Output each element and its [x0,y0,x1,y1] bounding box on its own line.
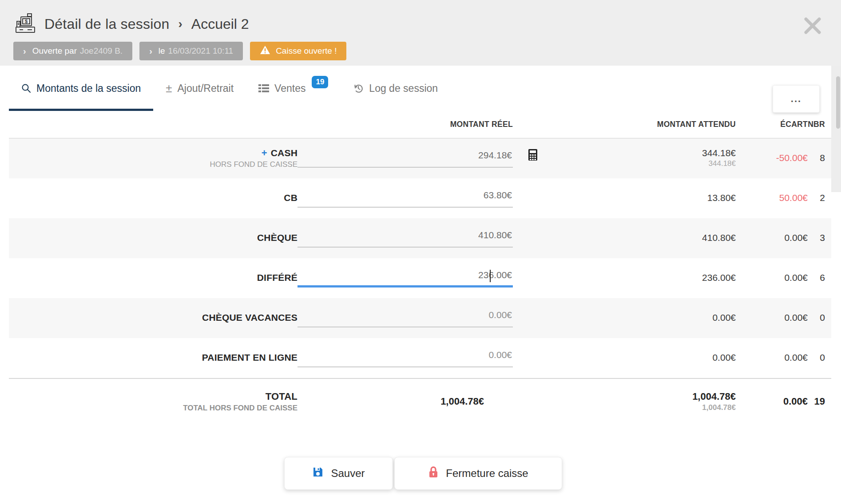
table-row-paiement-en-ligne: PAIEMENT EN LIGNE 0.00€ 0.00€ 0 [9,338,831,378]
nbr-value: 3 [808,232,831,243]
history-icon [353,83,364,94]
expected-amount: 0.00€ [553,352,736,363]
sales-count-badge: 19 [312,76,328,88]
page-title: Détail de la session [44,16,169,32]
ecart-value: -50.00€ [736,153,808,163]
row-label: PAIEMENT EN LIGNE [9,352,298,363]
tab-session-log[interactable]: Log de session [341,66,450,111]
row-sublabel: HORS FOND DE CAISSE [9,160,298,169]
row-label: CHÈQUE VACANCES [9,312,298,323]
calculator-icon[interactable] [513,149,553,167]
total-expected-sub: 1,004.78€ [553,403,736,412]
header-band: $ Détail de la session › Accueil 2 › Ouv… [0,0,841,66]
list-icon [258,84,269,93]
chevron-right-icon: › [23,46,26,56]
tab-label: Montants de la session [36,83,141,94]
save-label: Sauver [331,467,365,480]
expected-amount: 236.00€ [553,272,736,283]
nbr-value: 8 [808,153,831,163]
chevron-right-icon: › [149,46,152,56]
table-row-cheque: CHÈQUE 410.80€ 0.00€ 3 [9,218,831,258]
total-label: TOTAL [9,391,298,402]
nbr-value: 0 [808,352,831,363]
footer-actions: Sauver Fermeture caisse [284,457,562,490]
tab-bar: Montants de la session ± Ajout/Retrait V… [9,66,831,111]
table-total-row: TOTAL TOTAL HORS FOND DE CAISSE 1,004.78… [9,378,831,424]
session-badges: › Ouverte par Joe2409 B. › le 16/03/2021… [13,42,346,60]
ecart-value: 0.00€ [736,272,808,283]
expected-amount: 410.80€ [553,232,736,243]
real-amount-input-cash[interactable] [298,150,513,168]
ecart-value: 50.00€ [736,193,808,203]
table-row-cash: +CASH HORS FOND DE CAISSE 344.18€ 344.18… [9,138,831,178]
save-floppy-icon [312,466,324,480]
table-header: MONTANT RÉEL MONTANT ATTENDU ÉCART NBR [9,111,831,138]
opened-date-badge: › le 16/03/2021 10:11 [139,42,243,60]
breadcrumb-chevron-icon: › [178,17,182,31]
expected-amount-sub: 344.18€ [553,159,736,168]
tab-label: Log de session [369,83,438,94]
total-nbr-value: 19 [808,396,831,407]
tab-session-amounts[interactable]: Montants de la session [9,66,153,111]
save-button[interactable]: Sauver [284,457,393,490]
nbr-value: 2 [808,193,831,203]
header-montant-attendu: MONTANT ATTENDU [553,120,736,129]
expand-plus-icon[interactable]: + [262,147,267,158]
real-amount-input-cheque[interactable] [298,230,513,248]
row-label: +CASH [9,147,298,159]
text-cursor [490,270,491,282]
tab-label: Ajout/Retrait [178,83,234,94]
total-sublabel: TOTAL HORS FOND DE CAISSE [9,404,298,413]
expected-amount: 13.80€ [553,193,736,203]
real-amount-input-cheque-vacances[interactable] [298,310,513,327]
session-detail-card: Montants de la session ± Ajout/Retrait V… [9,66,831,424]
close-register-button[interactable]: Fermeture caisse [394,457,562,490]
total-real-amount: 1,004.78€ [298,396,513,407]
register-open-warning-badge: Caisse ouverte ! [250,42,346,60]
breadcrumb-register-name: Accueil 2 [191,16,249,32]
header-nbr: NBR [808,120,831,129]
nbr-value: 0 [808,312,831,323]
table-row-cb: CB 13.80€ 50.00€ 2 [9,178,831,218]
lock-icon [428,466,439,481]
ecart-value: 0.00€ [736,352,808,363]
opened-by-label: Ouverte par [32,46,77,56]
total-expected-amount: 1,004.78€ 1,004.78€ [553,391,736,412]
svg-text:$: $ [25,19,28,24]
row-label: DIFFÉRÉ [9,272,298,283]
header-montant-reel: MONTANT RÉEL [298,120,513,129]
warning-icon [260,45,270,57]
date-value: 16/03/2021 10:11 [168,46,234,56]
more-options-button[interactable]: ... [773,85,820,113]
tab-label: Ventes [274,83,305,94]
real-amount-input-paiement-en-ligne[interactable] [298,350,513,367]
tab-sales[interactable]: Ventes 19 [246,66,341,111]
nbr-value: 6 [808,272,831,283]
close-button[interactable] [800,13,825,38]
vertical-scrollbar-thumb[interactable] [836,76,840,129]
expected-amount: 344.18€ 344.18€ [553,148,736,168]
table-row-differe: DIFFÉRÉ 236.00€ 0.00€ 6 [9,258,831,298]
opened-by-user: Joe2409 B. [80,46,123,56]
total-ecart-value: 0.00€ [736,396,808,407]
search-icon [21,83,31,93]
table-row-cheque-vacances: CHÈQUE VACANCES 0.00€ 0.00€ 0 [9,298,831,338]
close-register-label: Fermeture caisse [446,467,528,480]
opened-by-badge: › Ouverte par Joe2409 B. [13,42,132,60]
row-label: CB [9,193,298,203]
date-label: le [159,46,165,56]
row-label: CHÈQUE [9,232,298,243]
real-amount-input-differe[interactable] [298,270,513,287]
expected-amount: 0.00€ [553,312,736,323]
page-header: $ Détail de la session › Accueil 2 [13,12,249,36]
cash-register-icon: $ [13,12,38,36]
real-amount-input-cb[interactable] [298,190,513,208]
tab-add-remove[interactable]: ± Ajout/Retrait [153,66,246,111]
warning-text: Caisse ouverte ! [276,46,337,56]
header-ecart: ÉCART [736,120,808,129]
ecart-value: 0.00€ [736,312,808,323]
ecart-value: 0.00€ [736,232,808,243]
plus-minus-icon: ± [166,82,172,95]
